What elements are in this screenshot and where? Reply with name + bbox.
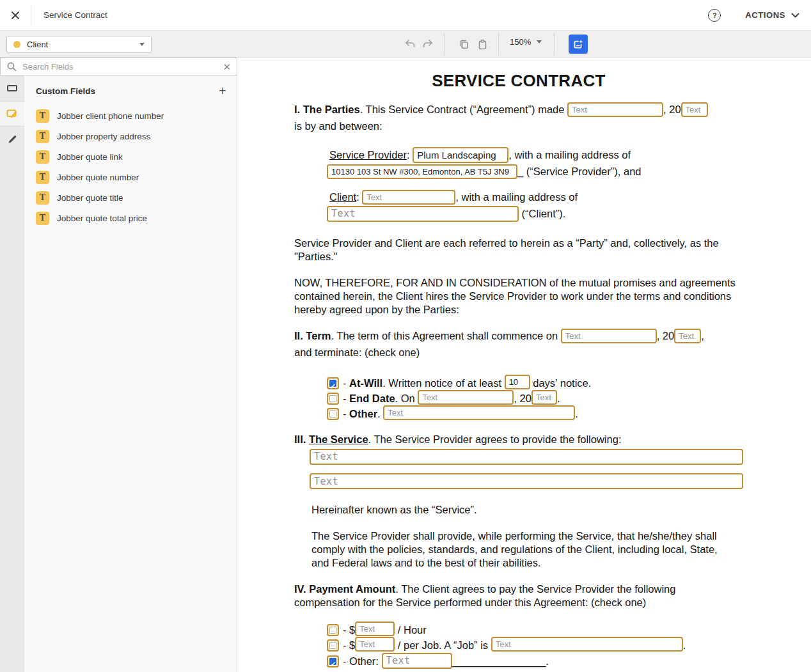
- paste-button[interactable]: [475, 37, 489, 51]
- field-item-label: Jobber quote title: [57, 193, 123, 203]
- agreement-date-field[interactable]: [567, 102, 663, 117]
- field-item-quote-title[interactable]: T Jobber quote title: [24, 187, 237, 208]
- panel-title: Custom Fields: [36, 86, 95, 96]
- field-item-client-phone[interactable]: T Jobber client phone number: [24, 105, 237, 126]
- redo-icon: [421, 38, 434, 51]
- document-canvas: SERVICE CONTRACT I. The Parties. This Se…: [238, 58, 811, 672]
- field-item-quote-link[interactable]: T Jobber quote link: [24, 146, 237, 167]
- dash-text: -: [343, 377, 349, 390]
- service-note: Hereinafter known as the “Service”.: [311, 503, 743, 517]
- end-date-text: . On: [395, 392, 418, 405]
- option-per-job: - $ / per Job. A “Job” is .: [327, 637, 743, 653]
- service-provider-name-field[interactable]: [413, 147, 508, 163]
- zoom-level-value: 150%: [510, 37, 531, 47]
- close-icon: [11, 11, 20, 20]
- parties-text: . This Service Contract (“Agreement”) ma…: [360, 104, 567, 115]
- hourly-rate-field[interactable]: [355, 621, 395, 636]
- notice-days-field[interactable]: [505, 375, 530, 389]
- section-term: II. Term. The term of this Agreement sha…: [294, 329, 743, 363]
- service-provider-block: Service Provider: , with a mailing addre…: [329, 148, 743, 182]
- header-divider: [31, 5, 31, 26]
- search-icon: [6, 61, 17, 72]
- consideration-paragraph: NOW, THEREFORE, FOR AND IN CONSIDERATION…: [294, 276, 743, 316]
- other-termination-checkbox[interactable]: [327, 408, 339, 420]
- dropdown-caret-icon: [139, 43, 145, 46]
- app-window: Service Contract ? ACTIONS Client: [0, 0, 811, 672]
- checkmark-icon: [329, 380, 336, 387]
- parties-reference-paragraph: Service Provider and Client are each ref…: [294, 237, 743, 263]
- hourly-checkbox[interactable]: [327, 624, 339, 636]
- auto-fill-button[interactable]: [569, 35, 588, 54]
- clear-search-icon[interactable]: ✕: [223, 62, 231, 72]
- checkbox-empty-icon: [329, 642, 336, 649]
- copy-button[interactable]: [457, 37, 471, 51]
- service-description-field-1[interactable]: [310, 449, 743, 465]
- client-selector-dropdown[interactable]: Client: [6, 36, 152, 53]
- other-termination-label: Other: [349, 407, 377, 421]
- field-item-quote-total-price[interactable]: T Jobber quote total price: [24, 208, 237, 228]
- field-item-label: Jobber quote link: [57, 152, 123, 162]
- service-description-field-2[interactable]: [310, 473, 743, 489]
- client-name-field[interactable]: [362, 190, 455, 205]
- text-field-icon: T: [36, 130, 49, 143]
- actions-label: ACTIONS: [745, 10, 785, 20]
- service-description-row-1: [310, 450, 743, 465]
- actions-button[interactable]: ACTIONS: [745, 10, 799, 20]
- help-button[interactable]: ?: [708, 9, 721, 22]
- field-rectangle-icon: [7, 85, 17, 91]
- text-field-icon: T: [36, 191, 49, 205]
- other-payment-checkbox[interactable]: [327, 655, 339, 668]
- end-date-field[interactable]: [418, 390, 514, 405]
- close-button[interactable]: [0, 0, 31, 31]
- at-will-label: At-Will: [349, 377, 382, 390]
- fill-sign-tool-button[interactable]: [0, 101, 24, 127]
- zoom-level-dropdown[interactable]: 150%: [510, 37, 542, 47]
- other-text: .: [575, 407, 578, 421]
- other-termination-field[interactable]: [383, 405, 575, 420]
- header-right-group: ? ACTIONS: [708, 9, 811, 22]
- undo-button[interactable]: [403, 37, 417, 51]
- service-provider-label: Service Provider: [329, 149, 407, 160]
- contract-page: SERVICE CONTRACT I. The Parties. This Se…: [294, 58, 743, 672]
- fields-tool-button[interactable]: [0, 75, 24, 101]
- section-service-number: III.: [294, 434, 309, 445]
- toolbar-separator: [554, 33, 555, 56]
- pencil-icon: [6, 134, 18, 145]
- dash-text: -: [343, 392, 349, 405]
- fill-sign-icon: [6, 107, 19, 120]
- other-payment-text: - Other:: [343, 655, 382, 668]
- other-payment-field[interactable]: [382, 653, 452, 669]
- end-date-text: , 20: [514, 392, 531, 405]
- field-item-label: Jobber client phone number: [57, 111, 164, 121]
- section-service: III. The Service. The Service Provider a…: [294, 433, 743, 446]
- parties-text: , 20: [663, 104, 681, 115]
- service-provider-address-field[interactable]: [327, 164, 517, 179]
- field-item-property-address[interactable]: T Jobber property address: [24, 126, 237, 146]
- client-selector-label: Client: [27, 40, 48, 49]
- end-year-field[interactable]: [531, 390, 557, 405]
- field-item-quote-number[interactable]: T Jobber quote number: [24, 167, 237, 187]
- text-field-icon: T: [36, 150, 49, 164]
- term-start-date-field[interactable]: [561, 329, 657, 343]
- edit-tool-button[interactable]: [0, 127, 24, 152]
- job-rate-field[interactable]: [355, 637, 395, 652]
- chevron-down-icon: [791, 13, 799, 18]
- toolbar-separator: [498, 33, 499, 56]
- term-start-year-field[interactable]: [674, 329, 701, 343]
- redo-button[interactable]: [421, 37, 435, 51]
- text-field-icon: T: [36, 171, 49, 184]
- add-field-button[interactable]: +: [219, 85, 226, 97]
- field-list: T Jobber client phone number T Jobber pr…: [24, 105, 237, 228]
- section-parties: I. The Parties. This Service Contract (“…: [294, 103, 743, 136]
- end-date-checkbox[interactable]: [327, 393, 339, 405]
- job-definition-field[interactable]: [491, 637, 683, 652]
- agreement-year-field[interactable]: [681, 102, 708, 117]
- search-input[interactable]: [22, 62, 223, 72]
- per-job-checkbox[interactable]: [327, 639, 339, 652]
- copy-icon: [458, 38, 470, 51]
- checkmark-icon: [329, 658, 336, 665]
- client-text: (“Client”).: [519, 208, 565, 219]
- hourly-text: - $: [343, 623, 355, 637]
- at-will-checkbox[interactable]: [327, 377, 339, 389]
- client-address-field[interactable]: [327, 206, 519, 222]
